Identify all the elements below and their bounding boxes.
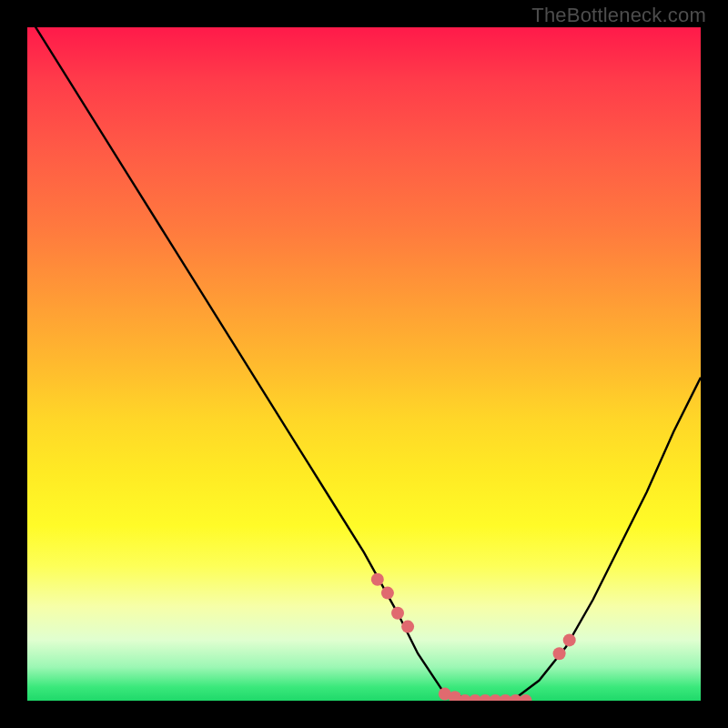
curve-path xyxy=(27,27,701,701)
highlight-point xyxy=(401,621,414,633)
highlight-point xyxy=(371,573,384,586)
highlight-points xyxy=(371,573,576,701)
highlight-point xyxy=(391,607,404,620)
highlight-point xyxy=(563,633,576,646)
highlight-point xyxy=(381,587,394,600)
bottleneck-curve xyxy=(27,27,701,701)
curve-layer xyxy=(27,27,701,701)
highlight-point xyxy=(553,647,566,660)
chart-stage: TheBottleneck.com xyxy=(0,0,728,728)
watermark-text: TheBottleneck.com xyxy=(531,4,706,27)
plot-area xyxy=(27,27,701,701)
